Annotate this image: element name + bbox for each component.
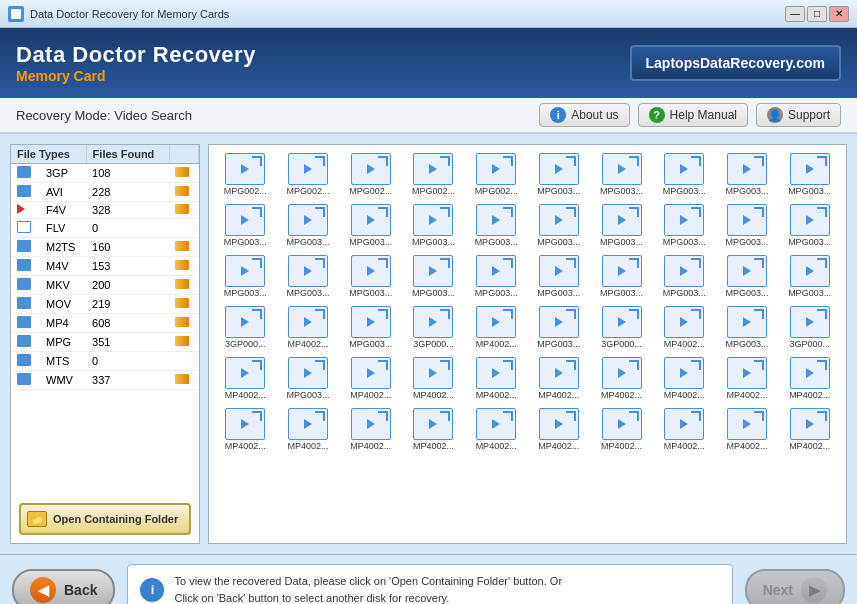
list-item[interactable]: MPG003... (529, 202, 590, 249)
list-item[interactable]: MP4002... (591, 406, 652, 453)
file-type-row[interactable]: F4V 328 (11, 202, 199, 219)
list-item[interactable]: MPG003... (529, 253, 590, 300)
list-item[interactable]: MPG003... (717, 151, 778, 198)
file-grid-panel[interactable]: MPG002... MPG002... MPG002... MPG002... … (208, 144, 847, 544)
file-type-name: MOV (40, 295, 86, 314)
list-item[interactable]: MP4002... (215, 406, 276, 453)
list-item[interactable]: MPG003... (654, 151, 715, 198)
list-item[interactable]: MPG003... (717, 253, 778, 300)
next-button[interactable]: Next ▶ (745, 569, 845, 605)
file-type-name: M4V (40, 257, 86, 276)
file-thumbnail (664, 204, 704, 236)
list-item[interactable]: MP4002... (654, 355, 715, 402)
list-item[interactable]: MP4002... (717, 355, 778, 402)
play-icon (743, 164, 751, 174)
list-item[interactable]: MPG002... (466, 151, 527, 198)
support-button[interactable]: 👤 Support (756, 103, 841, 127)
list-item[interactable]: MP4002... (466, 355, 527, 402)
file-name: 3GP000... (784, 339, 836, 349)
list-item[interactable]: MP4002... (529, 406, 590, 453)
list-item[interactable]: MP4002... (403, 406, 464, 453)
list-item[interactable]: MP4002... (779, 355, 840, 402)
list-item[interactable]: MP4002... (340, 406, 401, 453)
maximize-button[interactable]: □ (807, 6, 827, 22)
list-item[interactable]: MP4002... (654, 406, 715, 453)
info-line1: To view the recovered Data, please click… (174, 573, 562, 590)
list-item[interactable]: MPG003... (340, 202, 401, 249)
file-name: MPG003... (533, 186, 585, 196)
list-item[interactable]: MPG003... (779, 151, 840, 198)
list-item[interactable]: MPG003... (278, 355, 339, 402)
list-item[interactable]: MPG003... (779, 202, 840, 249)
list-item[interactable]: MPG003... (278, 202, 339, 249)
list-item[interactable]: MPG003... (717, 304, 778, 351)
list-item[interactable]: MPG003... (403, 253, 464, 300)
list-item[interactable]: MP4002... (340, 355, 401, 402)
list-item[interactable]: MPG003... (654, 253, 715, 300)
list-item[interactable]: MP4002... (466, 406, 527, 453)
file-name: MP4002... (407, 441, 459, 451)
file-icon (17, 221, 31, 233)
list-item[interactable]: MPG003... (591, 253, 652, 300)
file-name: MPG003... (282, 237, 334, 247)
list-item[interactable]: MPG003... (529, 151, 590, 198)
list-item[interactable]: MP4002... (717, 406, 778, 453)
list-item[interactable]: MPG003... (466, 253, 527, 300)
back-button[interactable]: ◀ Back (12, 569, 115, 605)
file-type-row[interactable]: 3GP 108 (11, 164, 199, 183)
file-name: MP4002... (219, 390, 271, 400)
list-item[interactable]: MPG003... (340, 253, 401, 300)
file-type-row[interactable]: MPG 351 (11, 333, 199, 352)
back-arrow-icon: ◀ (30, 577, 56, 603)
list-item[interactable]: MP4002... (215, 355, 276, 402)
about-us-button[interactable]: i About us (539, 103, 629, 127)
file-type-row[interactable]: M4V 153 (11, 257, 199, 276)
list-item[interactable]: 3GP000... (215, 304, 276, 351)
list-item[interactable]: MP4002... (654, 304, 715, 351)
list-item[interactable]: MP4002... (403, 355, 464, 402)
file-type-row[interactable]: MP4 608 (11, 314, 199, 333)
list-item[interactable]: MPG003... (278, 253, 339, 300)
close-button[interactable]: ✕ (829, 6, 849, 22)
file-type-row[interactable]: FLV 0 (11, 219, 199, 238)
play-icon (806, 317, 814, 327)
file-name: MP4002... (533, 441, 585, 451)
list-item[interactable]: MP4002... (278, 304, 339, 351)
file-type-row[interactable]: WMV 337 (11, 371, 199, 390)
minimize-button[interactable]: — (785, 6, 805, 22)
list-item[interactable]: MPG003... (529, 304, 590, 351)
list-item[interactable]: 3GP000... (591, 304, 652, 351)
list-item[interactable]: MPG002... (340, 151, 401, 198)
list-item[interactable]: MPG003... (654, 202, 715, 249)
list-item[interactable]: MPG003... (403, 202, 464, 249)
list-item[interactable]: MPG002... (403, 151, 464, 198)
list-item[interactable]: MPG003... (466, 202, 527, 249)
list-item[interactable]: MPG003... (717, 202, 778, 249)
list-item[interactable]: MPG003... (215, 202, 276, 249)
list-item[interactable]: MP4002... (466, 304, 527, 351)
open-containing-folder-button[interactable]: 📁 Open Containing Folder (19, 503, 191, 535)
list-item[interactable]: MP4002... (779, 406, 840, 453)
file-type-row[interactable]: M2TS 160 (11, 238, 199, 257)
list-item[interactable]: 3GP000... (403, 304, 464, 351)
file-type-row[interactable]: MKV 200 (11, 276, 199, 295)
list-item[interactable]: MPG002... (215, 151, 276, 198)
list-item[interactable]: MP4002... (278, 406, 339, 453)
file-name: MP4002... (345, 441, 397, 451)
list-item[interactable]: MP4002... (529, 355, 590, 402)
help-manual-button[interactable]: ? Help Manual (638, 103, 748, 127)
play-icon (304, 317, 312, 327)
file-type-row[interactable]: MOV 219 (11, 295, 199, 314)
list-item[interactable]: MPG003... (591, 202, 652, 249)
list-item[interactable]: MPG002... (278, 151, 339, 198)
file-count: 200 (86, 276, 169, 295)
file-type-row[interactable]: AVI 228 (11, 183, 199, 202)
file-type-row[interactable]: MTS 0 (11, 352, 199, 371)
list-item[interactable]: MPG003... (340, 304, 401, 351)
list-item[interactable]: 3GP000... (779, 304, 840, 351)
list-item[interactable]: MPG003... (779, 253, 840, 300)
list-item[interactable]: MPG003... (215, 253, 276, 300)
list-item[interactable]: MP4002... (591, 355, 652, 402)
file-name: MP4002... (470, 390, 522, 400)
list-item[interactable]: MPG003... (591, 151, 652, 198)
